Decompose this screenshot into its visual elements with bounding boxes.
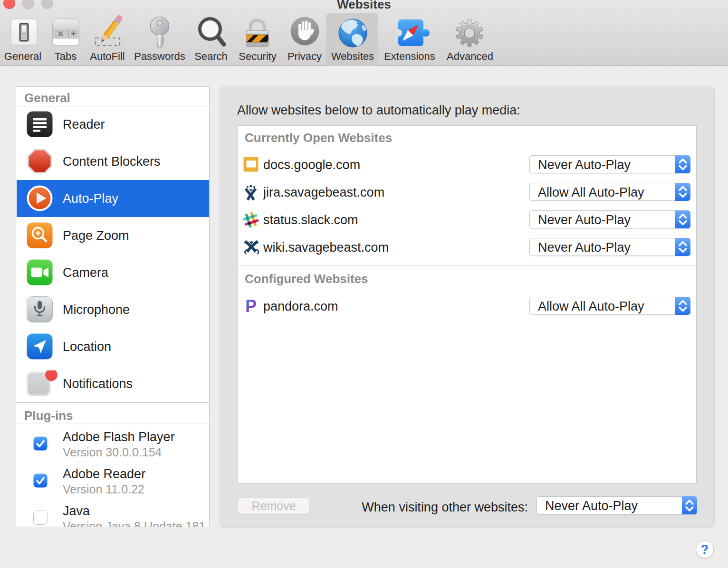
svg-text:P: P [246,299,257,312]
